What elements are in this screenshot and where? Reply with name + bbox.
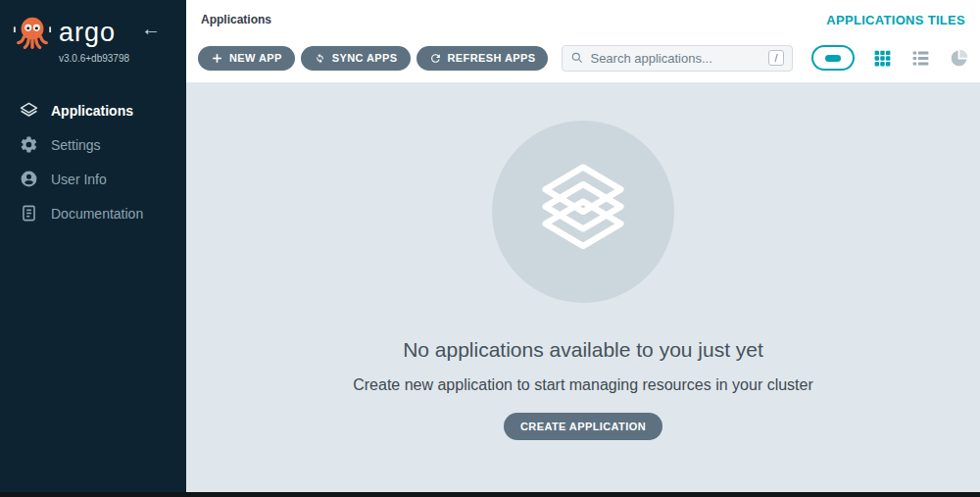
- sync-icon: [314, 52, 326, 65]
- argo-cd-app: argo ← v3.0.6+db93798 Applications Setti…: [0, 0, 980, 497]
- health-status-toggle[interactable]: [811, 45, 855, 71]
- sidebar-item-settings[interactable]: Settings: [0, 127, 186, 162]
- toggle-dash-icon: [825, 55, 841, 62]
- document-icon: [20, 204, 38, 223]
- list-view-button[interactable]: [910, 48, 931, 69]
- sidebar-nav: Applications Settings User Info: [0, 93, 186, 230]
- empty-state: No applications available to you just ye…: [186, 82, 980, 497]
- refresh-apps-button[interactable]: REFRESH APPS: [416, 46, 549, 71]
- sync-apps-label: SYNC APPS: [332, 52, 398, 64]
- breadcrumb[interactable]: Applications: [201, 13, 271, 26]
- bottom-bar: [0, 492, 980, 497]
- argo-wordmark: argo: [59, 18, 116, 48]
- sidebar-item-applications[interactable]: Applications: [0, 93, 186, 127]
- pie-chart-icon: [949, 48, 969, 69]
- sidebar-collapse-button[interactable]: ←: [141, 18, 161, 40]
- toolbar: NEW APP SYNC APPS REFRESH APPS /: [186, 39, 980, 82]
- grid-icon: [872, 48, 893, 69]
- top-bar: Applications APPLICATIONS TILES: [186, 0, 980, 39]
- empty-state-subtitle: Create new application to start managing…: [353, 376, 813, 394]
- layers-icon: [20, 101, 38, 120]
- sidebar: argo ← v3.0.6+db93798 Applications Setti…: [0, 0, 186, 497]
- sidebar-item-label: Documentation: [51, 206, 143, 222]
- search-box[interactable]: /: [562, 45, 792, 72]
- sync-apps-button[interactable]: SYNC APPS: [301, 46, 411, 71]
- sidebar-item-label: Applications: [51, 103, 133, 119]
- empty-state-circle: [492, 121, 674, 303]
- list-icon: [910, 48, 931, 69]
- argo-octopus-logo: [12, 12, 53, 55]
- new-app-button[interactable]: NEW APP: [198, 46, 295, 71]
- logo-row: argo ←: [0, 0, 186, 55]
- search-input[interactable]: [590, 51, 762, 66]
- search-shortcut-hint: /: [768, 50, 783, 66]
- sidebar-item-documentation[interactable]: Documentation: [0, 196, 186, 230]
- search-icon: [570, 51, 584, 65]
- refresh-icon: [429, 52, 442, 65]
- sidebar-item-label: User Info: [51, 172, 107, 187]
- summary-view-button[interactable]: [949, 48, 969, 69]
- layers-large-icon: [528, 157, 638, 267]
- page-view-title: APPLICATIONS TILES: [826, 13, 965, 27]
- logout-button[interactable]: Log out: [975, 50, 980, 66]
- new-app-label: NEW APP: [229, 52, 282, 64]
- main-area: Applications APPLICATIONS TILES NEW APP …: [186, 0, 980, 497]
- refresh-apps-label: REFRESH APPS: [448, 52, 536, 64]
- user-icon: [20, 170, 38, 188]
- sidebar-item-label: Settings: [51, 137, 101, 153]
- create-application-button[interactable]: CREATE APPLICATION: [504, 413, 662, 440]
- empty-state-title: No applications available to you just ye…: [403, 338, 763, 362]
- sidebar-item-user-info[interactable]: User Info: [0, 162, 186, 196]
- tiles-view-button[interactable]: [872, 48, 893, 69]
- gear-icon: [20, 135, 38, 154]
- plus-icon: [211, 52, 223, 65]
